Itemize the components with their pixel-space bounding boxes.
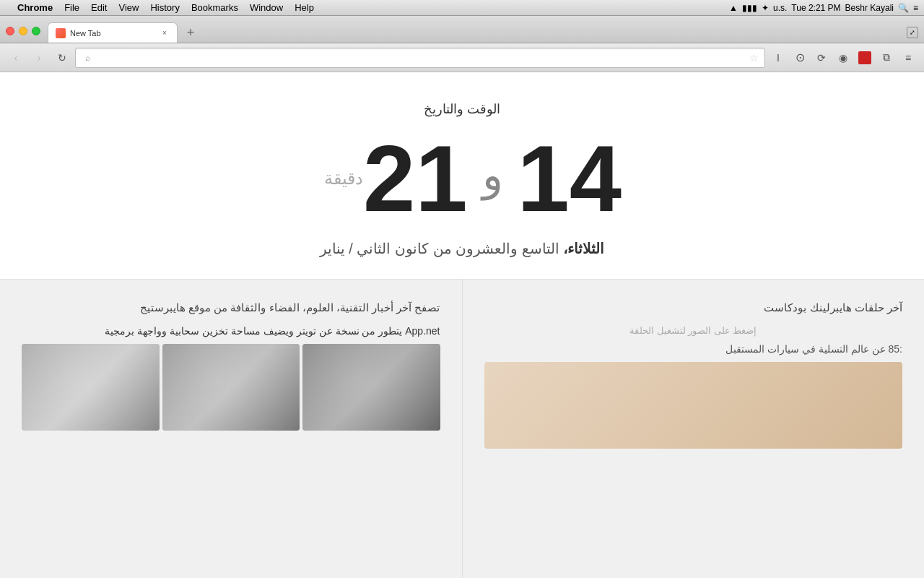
minimize-button[interactable] <box>19 27 27 35</box>
podcast-column: آخر حلقات هايبرلينك بودكاست إضغط على الص… <box>463 280 925 578</box>
menu-edit[interactable]: Edit <box>85 0 113 16</box>
news-card-3-image <box>22 344 160 431</box>
audio-prompt: إضغط على الصور لتشغيل الحلقة <box>484 325 903 336</box>
news-column: تصفح آخر أخبار التقنية، العلوم، الفضاء و… <box>0 280 463 578</box>
forward-icon: › <box>38 52 41 64</box>
search-menu-icon[interactable]: 🔍 <box>898 3 909 13</box>
wifi-icon: ▲ <box>729 3 738 13</box>
close-button[interactable] <box>6 27 14 35</box>
menu-bookmarks[interactable]: Bookmarks <box>186 0 244 16</box>
forward-button[interactable]: › <box>29 48 49 68</box>
menu-chrome[interactable]: Chrome <box>12 0 58 16</box>
time-display: دقيقة 21 و 14 <box>302 131 622 225</box>
tabs-area: New Tab × + <box>48 15 907 43</box>
title-bar: New Tab × + ⤢ <box>0 16 924 43</box>
news-cards <box>22 344 440 431</box>
bluetooth-icon: ✦ <box>762 3 769 13</box>
time-section-title: الوقت والتاريخ <box>424 101 500 117</box>
time-section: الوقت والتاريخ دقيقة 21 و 14 الثلاثاء، ا… <box>0 72 924 280</box>
clock: Tue 2:21 PM <box>791 3 840 13</box>
nav-right-icons: I ⊙ ⟳ ◉ ⧉ ≡ <box>768 48 918 68</box>
maximize-button[interactable] <box>32 27 40 35</box>
tab-close-button[interactable]: × <box>160 28 170 38</box>
tab-new-tab[interactable]: New Tab × <box>48 22 178 43</box>
date-full: التاسع والعشرون من كانون الثاني / يناير <box>320 241 559 256</box>
content-section: آخر حلقات هايبرلينك بودكاست إضغط على الص… <box>0 280 924 578</box>
menu-window[interactable]: Window <box>244 0 289 16</box>
back-button[interactable]: ‹ <box>6 48 26 68</box>
news-card-1-image <box>302 344 440 431</box>
chrome-menu-button[interactable]: ≡ <box>898 48 918 68</box>
time-hours: 14 <box>518 131 622 225</box>
reload-icon: ↻ <box>58 52 66 64</box>
menu-icon[interactable]: ≡ <box>913 3 918 13</box>
restore-button[interactable]: ⤢ <box>907 27 918 38</box>
extensions-icon: ◉ <box>839 52 847 64</box>
podcast-column-title: آخر حلقات هايبرلينك بودكاست <box>484 301 903 314</box>
extensions-icon-button[interactable]: ◉ <box>833 48 853 68</box>
chrome-window: New Tab × + ⤢ ‹ › ↻ ⌕ ☆ I ⊙ <box>0 16 924 578</box>
profile-icon-button[interactable] <box>855 48 875 68</box>
nav-bar: ‹ › ↻ ⌕ ☆ I ⊙ ⟳ ◉ <box>0 43 924 72</box>
minute-label: دقيقة <box>324 168 363 189</box>
time-minutes: 21 <box>363 131 468 225</box>
bookmark-star-icon[interactable]: ☆ <box>749 52 759 64</box>
chrome-icon: ⊙ <box>796 51 805 64</box>
day-name: الثلاثاء، <box>563 241 604 256</box>
podcast-card-image[interactable] <box>484 362 903 449</box>
back-icon: ‹ <box>14 52 18 64</box>
layers-icon-button[interactable]: ⧉ <box>876 48 897 68</box>
battery-icon: ▮▮▮ <box>742 3 757 13</box>
menu-view[interactable]: View <box>113 0 144 16</box>
title-bar-right: ⤢ <box>907 27 924 43</box>
profile-icon <box>858 51 871 64</box>
address-bar[interactable]: ⌕ ☆ <box>75 48 765 68</box>
history-icon: ⟳ <box>817 52 826 64</box>
news-card-1[interactable] <box>302 344 440 431</box>
news-card-2[interactable] <box>162 344 300 431</box>
user-icon-button[interactable]: I <box>768 48 788 68</box>
layers-icon: ⧉ <box>883 51 890 64</box>
news-card-2-image <box>162 344 300 431</box>
address-input[interactable] <box>96 52 746 63</box>
menu-history[interactable]: History <box>144 0 185 16</box>
reload-button[interactable]: ↻ <box>52 48 72 68</box>
user-icon: I <box>777 52 780 64</box>
history-icon-button[interactable]: ⟳ <box>811 48 832 68</box>
news-card-3[interactable] <box>22 344 160 431</box>
tab-favicon <box>56 28 66 38</box>
chrome-menu-icon: ≡ <box>905 52 911 64</box>
podcast-item[interactable]: :85 عن عالم التسلية في سيارات المستقبل <box>484 343 903 355</box>
menu-file[interactable]: File <box>58 0 85 16</box>
menu-bar: Chrome File Edit View History Bookmarks … <box>0 0 924 16</box>
date-display: الثلاثاء، التاسع والعشرون من كانون الثان… <box>320 240 604 257</box>
menu-help[interactable]: Help <box>289 0 320 16</box>
time-separator: و <box>482 150 503 207</box>
locale-indicator: u.s. <box>773 3 787 13</box>
chrome-icon-button[interactable]: ⊙ <box>790 48 810 68</box>
tab-title: New Tab <box>70 29 155 38</box>
username: Beshr Kayali <box>845 3 894 13</box>
search-icon: ⌕ <box>82 52 93 64</box>
window-controls <box>6 27 40 43</box>
new-tab-button[interactable]: + <box>180 22 201 43</box>
menu-bar-right: ▲ ▮▮▮ ✦ u.s. Tue 2:21 PM Beshr Kayali 🔍 … <box>729 3 918 13</box>
news-column-title: تصفح آخر أخبار التقنية، العلوم، الفضاء و… <box>22 301 440 314</box>
news-item[interactable]: App.net يتطور من نسخة عن تويتر ويضيف مسا… <box>22 325 440 337</box>
page-content: الوقت والتاريخ دقيقة 21 و 14 الثلاثاء، ا… <box>0 72 924 578</box>
